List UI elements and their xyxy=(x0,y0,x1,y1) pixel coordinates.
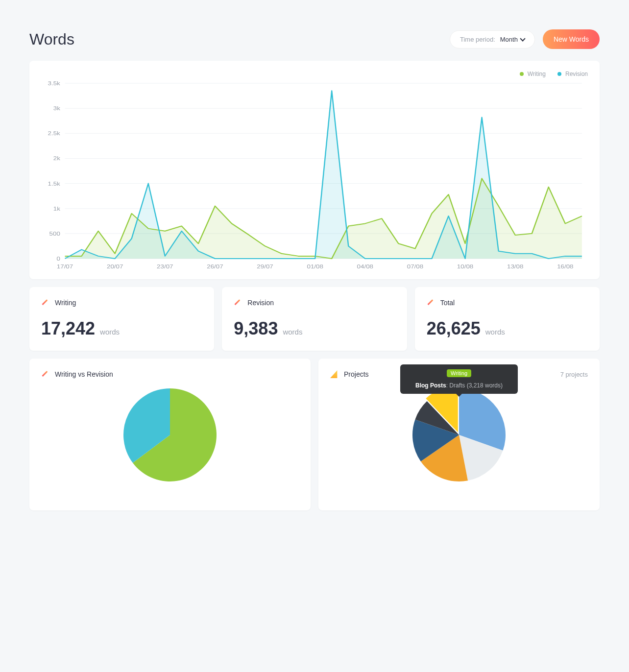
svg-text:04/08: 04/08 xyxy=(357,264,374,270)
chart-legend: Writing Revision xyxy=(41,71,588,77)
svg-text:10/08: 10/08 xyxy=(457,264,474,270)
stat-card-total: Total 26,625 words xyxy=(415,287,600,351)
stat-value: 26,625 xyxy=(427,318,481,339)
tooltip-sub: : Drafts xyxy=(446,382,465,389)
svg-text:20/07: 20/07 xyxy=(107,264,123,270)
words-over-time-chart: Writing Revision 05001k1.5k2k2.5k3k3.5k1… xyxy=(29,61,600,279)
svg-text:500: 500 xyxy=(49,231,60,237)
time-period-selector[interactable]: Time period: Month xyxy=(450,30,535,48)
legend-dot-icon xyxy=(557,72,561,76)
pie-chart-projects xyxy=(410,386,508,484)
pie-chart-writing-vs-revision xyxy=(121,386,219,484)
svg-text:16/08: 16/08 xyxy=(557,264,574,270)
projects-count: 7 projects xyxy=(560,371,588,378)
pencil-icon xyxy=(427,299,435,307)
tooltip-badge: Writing xyxy=(447,369,471,377)
legend-item-writing[interactable]: Writing xyxy=(520,71,546,77)
svg-text:3.5k: 3.5k xyxy=(48,80,61,87)
pie-title: Projects xyxy=(344,370,369,378)
tooltip-detail: (3,218 words) xyxy=(467,382,503,389)
pencil-icon xyxy=(41,299,49,307)
projects-icon xyxy=(330,370,338,378)
time-period-value[interactable]: Month xyxy=(500,36,525,43)
stat-card-revision: Revision 9,383 words xyxy=(222,287,407,351)
chart-tooltip: Writing Blog Posts: Drafts (3,218 words) xyxy=(400,364,518,394)
new-words-button[interactable]: New Words xyxy=(543,29,600,49)
tooltip-main: Blog Posts xyxy=(415,382,446,389)
stat-unit: words xyxy=(485,328,505,336)
writing-vs-revision-card: Writing vs Revision xyxy=(29,359,311,510)
stat-unit: words xyxy=(283,328,302,336)
svg-text:2.5k: 2.5k xyxy=(48,130,61,137)
svg-text:17/07: 17/07 xyxy=(57,264,73,270)
stat-label: Revision xyxy=(247,299,274,307)
legend-dot-icon xyxy=(520,72,524,76)
legend-item-revision[interactable]: Revision xyxy=(557,71,588,77)
svg-text:3k: 3k xyxy=(53,105,61,112)
svg-text:2k: 2k xyxy=(53,156,61,162)
pencil-icon xyxy=(234,299,242,307)
svg-text:26/07: 26/07 xyxy=(207,264,223,270)
svg-text:13/08: 13/08 xyxy=(507,264,524,270)
svg-text:23/07: 23/07 xyxy=(157,264,173,270)
time-period-label: Time period: xyxy=(460,36,495,43)
line-chart-svg: 05001k1.5k2k2.5k3k3.5k17/0720/0723/0726/… xyxy=(41,79,588,270)
svg-text:01/08: 01/08 xyxy=(307,264,323,270)
chevron-down-icon xyxy=(520,36,525,41)
stat-label: Total xyxy=(440,299,455,307)
stat-value: 9,383 xyxy=(234,318,278,339)
page-title: Words xyxy=(29,30,74,48)
svg-text:29/07: 29/07 xyxy=(257,264,273,270)
pie-title: Writing vs Revision xyxy=(55,370,113,378)
svg-text:1.5k: 1.5k xyxy=(48,181,61,187)
projects-card: Projects 7 projects Writing Blog Posts: … xyxy=(318,359,600,510)
svg-text:1k: 1k xyxy=(53,206,61,212)
stat-card-writing: Writing 17,242 words xyxy=(29,287,214,351)
svg-text:07/08: 07/08 xyxy=(407,264,424,270)
stat-value: 17,242 xyxy=(41,318,95,339)
svg-text:0: 0 xyxy=(56,256,60,262)
stat-label: Writing xyxy=(55,299,76,307)
pencil-icon xyxy=(41,370,49,378)
stat-unit: words xyxy=(100,328,120,336)
